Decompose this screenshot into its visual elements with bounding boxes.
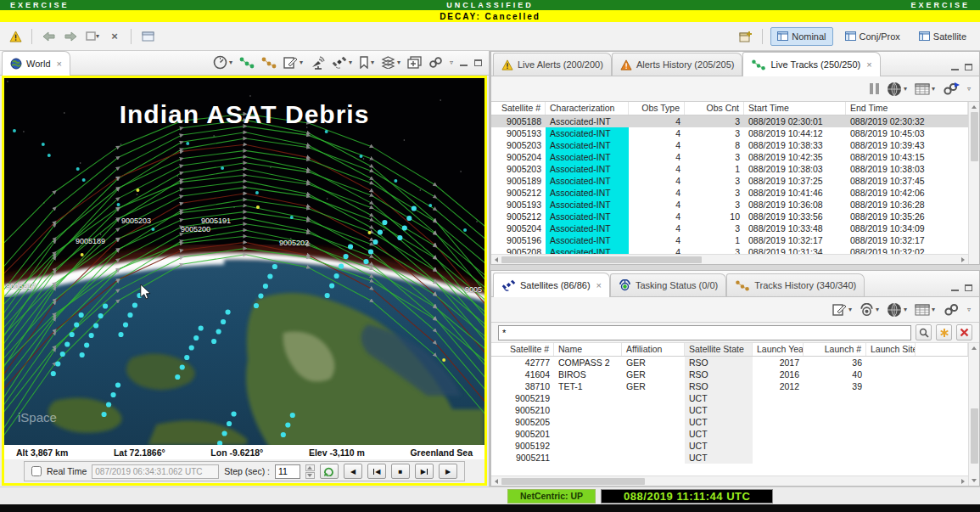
step-input[interactable]	[275, 464, 300, 479]
tab-close-icon[interactable]: ×	[866, 59, 871, 70]
vertical-scrollbar[interactable]	[968, 102, 979, 264]
table-row[interactable]: 42777 COMPASS 2 GER RSO 2017 36	[491, 357, 968, 369]
table-row[interactable]: 9005210 UCT	[491, 404, 968, 416]
edit-icon[interactable]: ▾	[832, 303, 852, 317]
pause-icon[interactable]	[870, 83, 879, 94]
table-row[interactable]: 9005204 Associated-INT 4 3 088/2019 10:4…	[491, 151, 968, 163]
orbit-label[interactable]: 9005191	[201, 217, 231, 225]
orbit-label[interactable]: 9005189	[76, 237, 105, 245]
satellite-icon[interactable]: ▾	[332, 56, 352, 69]
filter-input[interactable]	[498, 325, 911, 340]
minimize-icon[interactable]	[951, 284, 959, 291]
table-row[interactable]: 9005196 Associated-INT 4 1 088/2019 10:3…	[491, 234, 968, 246]
table-row[interactable]: 9005201 UCT	[491, 428, 968, 440]
table-row[interactable]: 9005203 Associated-INT 4 8 088/2019 10:3…	[491, 139, 968, 151]
console-icon[interactable]	[139, 28, 156, 45]
view-menu-icon[interactable]: ▿	[450, 59, 453, 66]
table-row[interactable]: 9005193 Associated-INT 4 3 088/2019 10:4…	[491, 127, 968, 139]
minimize-icon[interactable]	[951, 64, 959, 70]
close-all-icon[interactable]: ×	[106, 28, 123, 45]
stop-button[interactable]: ■	[391, 464, 410, 479]
column-header[interactable]: Obs Type	[629, 102, 685, 115]
table-caret[interactable]: ▾	[932, 85, 935, 93]
column-header[interactable]: Launch Site	[866, 343, 916, 356]
tab-world[interactable]: World ×	[2, 51, 70, 76]
tab-close-icon[interactable]: ×	[596, 280, 602, 290]
bookmark-caret[interactable]: ▾	[371, 59, 374, 66]
column-header[interactable]: Launch Year	[753, 343, 804, 356]
globe-icon[interactable]: ▾	[887, 302, 907, 318]
column-header[interactable]: Affiliation	[622, 343, 685, 356]
vertical-scrollbar[interactable]	[968, 343, 979, 486]
live-tracks-icon[interactable]	[239, 57, 255, 69]
bookmark-icon[interactable]: ▾	[359, 56, 374, 69]
sensor-caret[interactable]: ▾	[876, 306, 879, 313]
table-row[interactable]: 9005212 Associated-INT 4 10 088/2019 10:…	[491, 211, 968, 222]
table-row[interactable]: 9005211 UCT	[491, 452, 968, 464]
link-icon[interactable]	[943, 302, 960, 317]
table-row[interactable]: 41604 BIROS GER RSO 2016 40	[491, 369, 968, 380]
satellite-caret[interactable]: ▾	[349, 59, 352, 66]
table-icon[interactable]: ▾	[915, 304, 935, 316]
back-arrow-icon[interactable]	[40, 28, 57, 45]
gauge-icon[interactable]: ▾	[213, 55, 232, 70]
table-row[interactable]: 9005212 Associated-INT 4 3 088/2019 10:4…	[491, 187, 968, 199]
tab-satellites[interactable]: Satellites (86/86) ×	[493, 273, 610, 297]
column-header[interactable]: End Time	[846, 102, 968, 115]
open-perspective-icon[interactable]	[737, 28, 754, 45]
play-backward-button[interactable]: ◀	[344, 464, 362, 479]
sensor-icon[interactable]: ▾	[860, 303, 879, 317]
world-globe-view[interactable]: Indian ASAT Debris 9005203 9005191 90052…	[4, 78, 484, 445]
orbit-label[interactable]: 9005200	[181, 225, 210, 233]
forward-arrow-icon[interactable]	[62, 28, 79, 45]
edit-caret[interactable]: ▾	[848, 306, 852, 313]
tab-live-alerts[interactable]: Live Alerts (200/200)	[493, 53, 612, 76]
table-icon[interactable]: ▾	[915, 83, 935, 95]
real-time-checkbox[interactable]	[31, 466, 42, 476]
globe-icon[interactable]: ▾	[887, 82, 907, 97]
tab-alerts-history[interactable]: Alerts History (205/205)	[612, 53, 743, 76]
link-icon[interactable]	[943, 82, 960, 96]
orbit-label[interactable]: 9005217	[6, 282, 36, 290]
edit-view-icon[interactable]: ▾	[283, 56, 303, 70]
link-icon[interactable]	[428, 56, 443, 69]
table-row[interactable]: 9005208 Associated-INT 4 3 088/2019 10:3…	[491, 246, 968, 254]
column-header[interactable]: Launch #	[804, 343, 866, 356]
window-select-caret[interactable]: ▾	[96, 32, 99, 40]
table-row[interactable]: 9005189 Associated-INT 4 3 088/2019 10:3…	[491, 175, 968, 187]
orbit-label[interactable]: 9005202	[279, 239, 309, 247]
table-row[interactable]: 38710 TET-1 GER RSO 2012 39	[491, 380, 968, 392]
search-button[interactable]	[916, 324, 932, 340]
column-header[interactable]: Satellite #	[491, 343, 554, 356]
column-header[interactable]: Satellite #	[491, 102, 546, 115]
edit-view-caret[interactable]: ▾	[300, 59, 303, 66]
step-backward-button[interactable]: ◀	[367, 464, 386, 479]
step-forward-button[interactable]: ▶	[415, 464, 434, 479]
wildcard-button[interactable]	[936, 324, 952, 340]
view-menu-icon[interactable]: ▿	[967, 306, 971, 313]
tab-close-icon[interactable]: ×	[57, 59, 62, 69]
table-row[interactable]: 9005203 Associated-INT 4 1 088/2019 10:3…	[491, 163, 968, 175]
gauge-caret[interactable]: ▾	[229, 59, 232, 66]
table-row[interactable]: 9005219 UCT	[491, 392, 968, 404]
perspective-satellite-button[interactable]: Satellite	[912, 27, 973, 46]
table-row[interactable]: 9005192 UCT	[491, 440, 968, 452]
maximize-icon[interactable]	[965, 284, 972, 291]
tab-tracks-history[interactable]: Tracks History (340/340)	[726, 273, 865, 296]
table-row[interactable]: 9005188 Associated-INT 4 3 088/2019 02:3…	[491, 115, 968, 127]
horizontal-scrollbar[interactable]	[491, 475, 968, 486]
step-spinner[interactable]	[305, 464, 315, 479]
column-header[interactable]: Name	[554, 343, 622, 356]
maximize-icon[interactable]	[965, 64, 972, 70]
orbit-label[interactable]: 9005203	[121, 217, 151, 225]
play-forward-button[interactable]: ▶	[439, 464, 457, 479]
window-select-icon[interactable]: ▾	[84, 28, 101, 45]
tab-tasking-status[interactable]: Tasking Status (0/0)	[610, 273, 726, 296]
column-header-sorted[interactable]: Satellite State	[685, 343, 753, 356]
perspective-conjprox-button[interactable]: Conj/Prox	[838, 27, 907, 46]
clear-filter-button[interactable]	[956, 324, 972, 340]
orbit-label[interactable]: 9005	[465, 285, 482, 294]
globe-caret[interactable]: ▾	[904, 85, 907, 93]
view-menu-icon[interactable]: ▿	[967, 85, 971, 93]
maximize-icon[interactable]	[474, 59, 482, 66]
